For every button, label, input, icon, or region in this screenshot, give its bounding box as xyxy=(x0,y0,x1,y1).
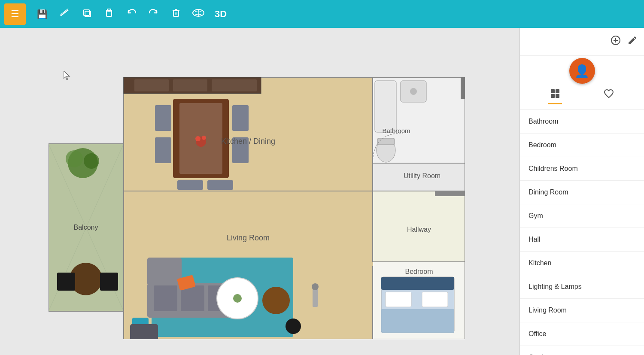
svg-rect-24 xyxy=(124,77,373,191)
menu-button[interactable]: ☰ xyxy=(4,3,26,25)
svg-rect-6 xyxy=(173,11,179,16)
svg-point-18 xyxy=(66,150,83,167)
svg-text:Kitchen / Dining: Kitchen / Dining xyxy=(221,137,275,146)
delete-button[interactable] xyxy=(167,5,185,24)
svg-point-65 xyxy=(233,294,242,303)
svg-rect-77 xyxy=(381,277,454,290)
canvas-area[interactable]: Balcony xyxy=(0,28,519,355)
svg-rect-21 xyxy=(57,273,75,291)
svg-point-19 xyxy=(84,153,99,169)
svg-point-33 xyxy=(202,136,206,140)
svg-rect-43 xyxy=(377,138,395,145)
svg-text:Bathroom: Bathroom xyxy=(382,127,410,134)
svg-text:Living Room: Living Room xyxy=(227,234,270,242)
paste-button[interactable] xyxy=(100,5,118,24)
svg-rect-90 xyxy=(551,89,555,93)
svg-rect-46 xyxy=(375,81,396,132)
svg-rect-22 xyxy=(100,273,118,291)
category-item[interactable]: Bedroom xyxy=(520,134,644,157)
view360-icon xyxy=(192,8,205,20)
svg-rect-70 xyxy=(130,324,158,339)
redo-icon xyxy=(149,8,158,20)
svg-rect-34 xyxy=(155,105,171,131)
svg-rect-38 xyxy=(177,180,203,190)
svg-rect-27 xyxy=(173,79,207,91)
view3d-label[interactable]: 3D xyxy=(211,7,230,21)
category-item[interactable]: Bathroom xyxy=(520,110,644,134)
avatar-icon: 👤 xyxy=(574,64,589,78)
svg-rect-80 xyxy=(381,309,454,333)
svg-rect-60 xyxy=(147,258,182,285)
copy-button[interactable] xyxy=(77,5,96,24)
svg-rect-52 xyxy=(461,77,465,99)
edit-button[interactable] xyxy=(627,35,638,48)
svg-text:Bedroom: Bedroom xyxy=(405,268,433,275)
svg-point-32 xyxy=(195,136,200,141)
line-tool-button[interactable] xyxy=(55,5,74,24)
category-item[interactable]: Living Room xyxy=(520,299,644,322)
svg-line-1 xyxy=(61,9,68,15)
redo-button[interactable] xyxy=(144,5,163,24)
svg-text:Utility Room: Utility Room xyxy=(404,172,440,179)
undo-button[interactable] xyxy=(122,5,141,24)
svg-rect-85 xyxy=(313,288,318,307)
svg-point-66 xyxy=(262,287,290,314)
floor-plan-svg[interactable]: Balcony xyxy=(49,77,465,339)
svg-rect-36 xyxy=(232,105,249,131)
svg-rect-91 xyxy=(556,89,559,93)
svg-rect-26 xyxy=(134,79,169,91)
svg-marker-13 xyxy=(64,71,70,80)
undo-icon xyxy=(127,8,136,20)
category-item[interactable]: Office xyxy=(520,322,644,346)
svg-rect-83 xyxy=(340,262,373,266)
menu-icon: ☰ xyxy=(11,9,19,20)
category-item[interactable]: Outdoor xyxy=(520,346,644,355)
svg-rect-79 xyxy=(422,292,448,307)
svg-point-86 xyxy=(312,283,319,290)
right-panel: 👤 BathroomBedroomChildrens RoomDining Ro… xyxy=(519,28,644,355)
category-item[interactable]: Hall xyxy=(520,228,644,252)
category-item[interactable]: Gym xyxy=(520,204,644,228)
category-item[interactable]: Kitchen xyxy=(520,252,644,275)
add-button[interactable] xyxy=(611,35,621,48)
cursor-indicator xyxy=(64,71,71,82)
svg-rect-78 xyxy=(386,292,411,307)
svg-rect-92 xyxy=(551,94,555,98)
svg-rect-93 xyxy=(556,94,559,98)
svg-rect-3 xyxy=(85,11,91,17)
save-icon: 💾 xyxy=(37,9,48,19)
view360-button[interactable] xyxy=(189,5,208,24)
line-icon xyxy=(60,8,69,20)
category-list: BathroomBedroomChildrens RoomDining Room… xyxy=(520,110,644,355)
svg-line-0 xyxy=(61,10,68,16)
app-container: ☰ 💾 xyxy=(0,0,644,355)
grid-view-button[interactable] xyxy=(548,87,562,104)
svg-rect-2 xyxy=(84,10,89,15)
svg-point-45 xyxy=(410,88,417,95)
svg-rect-39 xyxy=(207,180,233,190)
svg-text:Hallway: Hallway xyxy=(407,226,431,233)
copy-icon xyxy=(82,8,91,20)
category-item[interactable]: Lighting & Lamps xyxy=(520,275,644,299)
svg-rect-61 xyxy=(154,285,177,311)
svg-text:Balcony: Balcony xyxy=(74,224,98,231)
svg-rect-73 xyxy=(435,191,465,196)
right-panel-top xyxy=(520,28,644,56)
content-row: Balcony xyxy=(0,28,644,355)
paste-icon xyxy=(104,8,114,20)
category-item[interactable]: Dining Room xyxy=(520,181,644,204)
category-item[interactable]: Childrens Room xyxy=(520,157,644,181)
svg-point-67 xyxy=(286,319,301,334)
toolbar: ☰ 💾 xyxy=(0,0,644,28)
favorites-button[interactable] xyxy=(602,87,616,104)
avatar-button[interactable]: 👤 xyxy=(569,58,595,84)
svg-rect-35 xyxy=(155,137,171,163)
delete-icon xyxy=(171,8,181,20)
save-button[interactable]: 💾 xyxy=(33,5,52,24)
svg-rect-28 xyxy=(212,79,257,91)
